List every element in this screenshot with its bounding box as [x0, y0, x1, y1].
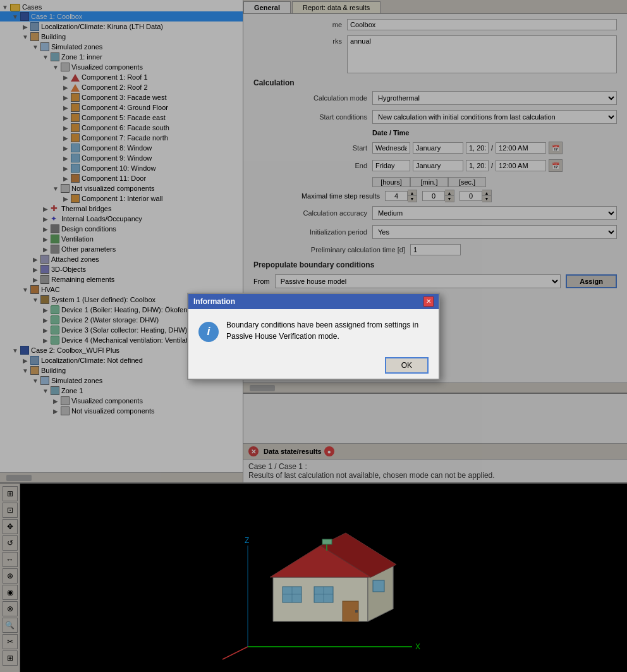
modal-footer: OK	[188, 352, 439, 379]
modal-titlebar: Information ✕	[188, 294, 439, 309]
modal-close-button[interactable]: ✕	[423, 296, 434, 307]
ok-button[interactable]: OK	[385, 357, 429, 374]
modal-message: Boundary conditions have been assigned f…	[226, 319, 429, 342]
modal-dialog: Information ✕ i Boundary conditions have…	[187, 293, 440, 380]
modal-body: i Boundary conditions have been assigned…	[188, 309, 439, 352]
modal-overlay[interactable]: Information ✕ i Boundary conditions have…	[0, 0, 627, 672]
modal-title: Information	[193, 297, 235, 306]
modal-info-icon: i	[198, 322, 219, 342]
